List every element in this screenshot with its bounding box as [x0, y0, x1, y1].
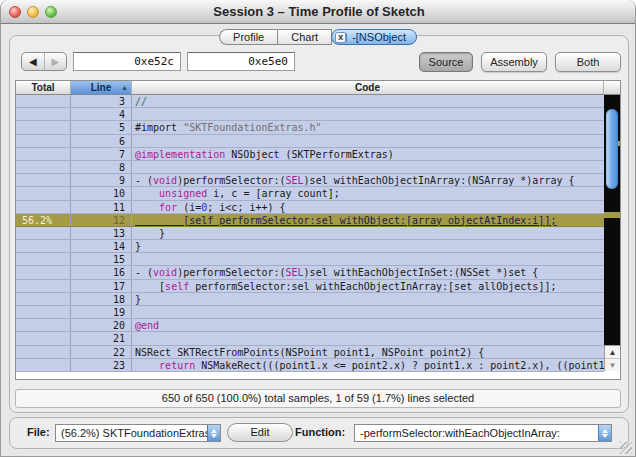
footer-bar: File: (56.2%) SKTFoundationExtras Edit F… [9, 417, 629, 449]
source-button[interactable]: Source [419, 52, 473, 72]
total-cell [16, 332, 71, 344]
line-number-cell: 3 [71, 95, 132, 107]
history-nav-control: ◀ ▶ [21, 52, 67, 71]
total-cell [16, 280, 71, 292]
total-cell [16, 121, 71, 133]
code-cell [132, 135, 604, 147]
code-cell: @end [132, 319, 604, 331]
table-row[interactable]: 23 return NSMakeRect(((point1.x <= point… [16, 359, 604, 372]
back-icon: ◀ [29, 56, 37, 67]
resize-grip[interactable] [620, 442, 632, 454]
scroll-up-button[interactable]: ▲ [604, 345, 620, 358]
window-title: Session 3 – Time Profile of Sketch [1, 0, 636, 24]
popup-arrows-icon [598, 425, 611, 441]
forward-icon: ▶ [51, 56, 59, 67]
table-row[interactable]: 3// [16, 95, 604, 108]
line-column-header[interactable]: Line▲ [71, 81, 132, 94]
code-cell: NSRect SKTRectFromPoints(NSPoint point1,… [132, 346, 604, 358]
line-number-cell: 8 [71, 161, 132, 173]
tab-nsobject-label: -[NSObject [352, 30, 406, 45]
line-number-cell: 15 [71, 253, 132, 265]
assembly-button[interactable]: Assembly [481, 52, 547, 72]
code-column-header[interactable]: Code [132, 81, 604, 94]
function-popup[interactable]: -performSelector:withEachObjectInArray: [354, 424, 612, 442]
table-row[interactable]: 18} [16, 293, 604, 306]
tab-chart[interactable]: Chart [277, 29, 332, 45]
line-number-cell: 23 [71, 359, 132, 371]
code-cell: // [132, 95, 604, 107]
total-column-header[interactable]: Total [16, 81, 71, 94]
address-field-end[interactable] [187, 52, 295, 71]
line-number-cell: 9 [71, 174, 132, 186]
table-row[interactable]: 21 [16, 332, 604, 345]
table-row[interactable]: 13 } [16, 227, 604, 240]
code-cell: unsigned i, c = [array count]; [132, 187, 604, 199]
total-cell [16, 266, 71, 278]
code-cell: #import "SKTFoundationExtras.h" [132, 121, 604, 133]
address-field-start[interactable] [73, 52, 181, 71]
line-number-cell: 12 [71, 214, 132, 226]
popup-arrows-icon [207, 425, 220, 441]
scroll-up-icon: ▲ [609, 348, 617, 357]
status-text: 650 of 650 (100.0%) total samples, 1 of … [162, 392, 474, 404]
line-number-cell: 4 [71, 108, 132, 120]
code-cell: [self performSelector:sel withEachObject… [132, 280, 604, 292]
total-cell [16, 108, 71, 120]
table-row[interactable]: 10 unsigned i, c = [array count]; [16, 187, 604, 200]
total-cell [16, 174, 71, 186]
both-button[interactable]: Both [555, 52, 621, 72]
tab-close-icon[interactable]: x [335, 32, 346, 43]
function-popup-value: -performSelector:withEachObjectInArray: [360, 425, 598, 441]
table-row[interactable]: 20@end [16, 319, 604, 332]
table-row[interactable]: 56.2%12 [self performSelector:sel withOb… [16, 214, 604, 227]
table-row[interactable]: 22NSRect SKTRectFromPoints(NSPoint point… [16, 346, 604, 359]
table-row[interactable]: 14} [16, 240, 604, 253]
edit-button[interactable]: Edit [227, 423, 293, 442]
file-popup[interactable]: (56.2%) SKTFoundationExtras [55, 424, 221, 442]
table-row[interactable]: 8 [16, 161, 604, 174]
scrollbar-thumb[interactable] [606, 109, 618, 189]
total-cell [16, 187, 71, 199]
function-label: Function: [295, 426, 345, 438]
nav-back-button[interactable]: ◀ [22, 53, 45, 70]
code-cell: } [132, 240, 604, 252]
code-cell: @implementation NSObject (SKTPerformExtr… [132, 148, 604, 160]
table-row[interactable]: 6 [16, 135, 604, 148]
sort-ascending-icon: ▲ [121, 84, 128, 91]
line-number-cell: 7 [71, 148, 132, 160]
scroll-down-button[interactable]: ▼ [604, 358, 620, 371]
code-cell [132, 253, 604, 265]
total-cell [16, 161, 71, 173]
table-row[interactable]: 17 [self performSelector:sel withEachObj… [16, 280, 604, 293]
scrollbar-track[interactable] [604, 95, 620, 345]
table-row[interactable]: 15 [16, 253, 604, 266]
nav-forward-button[interactable]: ▶ [45, 53, 67, 70]
scrollbar-corner [604, 81, 620, 94]
table-row[interactable]: 9- (void)performSelector:(SEL)sel withEa… [16, 174, 604, 187]
total-cell [16, 148, 71, 160]
table-row[interactable]: 16- (void)performSelector:(SEL)sel withE… [16, 266, 604, 279]
total-cell [16, 319, 71, 331]
total-cell [16, 135, 71, 147]
table-row[interactable]: 5#import "SKTFoundationExtras.h" [16, 121, 604, 134]
tab-nsobject[interactable]: x -[NSObject [331, 29, 417, 45]
vertical-scrollbar[interactable]: ▲ ▼ [604, 95, 620, 372]
table-row[interactable]: 4 [16, 108, 604, 121]
total-cell [16, 227, 71, 239]
line-number-cell: 13 [71, 227, 132, 239]
code-cell: for (i=0; i<c; i++) { [132, 201, 604, 213]
line-number-cell: 5 [71, 121, 132, 133]
table-row[interactable]: 11 for (i=0; i<c; i++) { [16, 201, 604, 214]
line-number-cell: 22 [71, 346, 132, 358]
line-number-cell: 16 [71, 266, 132, 278]
code-rows: 3//45#import "SKTFoundationExtras.h"67@i… [16, 95, 604, 372]
line-number-cell: 18 [71, 293, 132, 305]
table-row[interactable]: 7@implementation NSObject (SKTPerformExt… [16, 148, 604, 161]
total-cell [16, 95, 71, 107]
total-cell [16, 346, 71, 358]
scrollbar-hotspot-marker [604, 212, 620, 218]
title-bar[interactable]: Session 3 – Time Profile of Sketch [1, 0, 636, 24]
line-number-cell: 17 [71, 280, 132, 292]
tab-profile[interactable]: Profile [219, 29, 277, 45]
table-row[interactable]: 19 [16, 306, 604, 319]
